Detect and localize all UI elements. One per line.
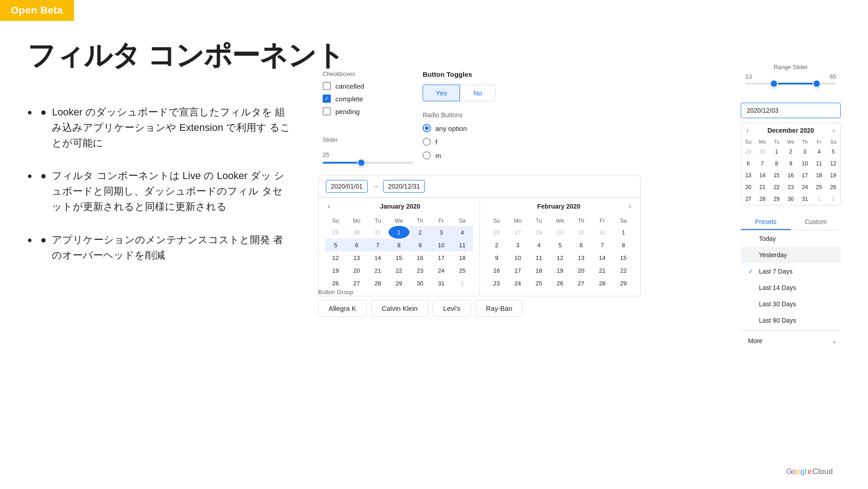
table-row[interactable]: 29 — [613, 277, 634, 289]
table-row[interactable]: 9 — [783, 158, 798, 170]
table-row[interactable]: 29 — [325, 226, 346, 239]
table-row[interactable]: 14 — [755, 170, 769, 181]
feb-prev-nav[interactable] — [486, 205, 492, 207]
table-row[interactable]: 1 — [812, 193, 826, 205]
table-row[interactable]: 31 — [798, 193, 812, 205]
table-row[interactable]: 11 — [529, 251, 550, 264]
checkbox-complete-box[interactable]: ✓ — [323, 95, 331, 103]
table-row[interactable]: 20 — [741, 181, 755, 193]
table-row[interactable]: 1 — [389, 226, 410, 239]
table-row[interactable]: 23 — [409, 264, 431, 277]
table-row[interactable]: 2 — [783, 146, 798, 158]
date-picker-input[interactable] — [741, 103, 841, 118]
table-row[interactable]: 23 — [783, 181, 798, 193]
table-row[interactable]: 10 — [507, 251, 529, 264]
table-row[interactable]: 19 — [826, 170, 840, 181]
checkbox-complete[interactable]: ✓ complete — [323, 95, 364, 103]
table-row[interactable]: 7 — [755, 158, 769, 170]
table-row[interactable]: 19 — [325, 264, 346, 277]
table-row[interactable]: 29 — [549, 226, 571, 239]
table-row[interactable]: 1 — [769, 146, 783, 158]
preset-last14[interactable]: Last 14 Days — [741, 279, 841, 296]
checkbox-pending-box[interactable] — [323, 107, 331, 115]
table-row[interactable]: 3 — [507, 239, 529, 251]
table-row[interactable]: 11 — [812, 158, 826, 170]
table-row[interactable]: 24 — [507, 277, 529, 289]
table-row[interactable]: 28 — [592, 277, 613, 289]
checkbox-pending[interactable]: pending — [323, 107, 364, 115]
radio-any-option[interactable]: any option — [423, 124, 467, 132]
mini-cal-prev[interactable]: ‹ — [747, 127, 749, 134]
table-row[interactable]: 16 — [409, 251, 431, 264]
table-row[interactable]: 28 — [529, 226, 550, 239]
tab-custom[interactable]: Custom — [791, 215, 841, 230]
table-row[interactable]: 16 — [783, 170, 798, 181]
table-row[interactable]: 22 — [389, 264, 410, 277]
table-row[interactable]: 29 — [389, 277, 410, 289]
table-row[interactable]: 5 — [325, 239, 346, 251]
table-row[interactable]: 5 — [826, 146, 840, 158]
table-row[interactable]: 13 — [571, 251, 592, 264]
toggle-yes-button[interactable]: Yes — [423, 85, 460, 101]
table-row[interactable]: 17 — [431, 251, 452, 264]
table-row[interactable]: 15 — [613, 251, 634, 264]
table-row[interactable]: 13 — [346, 251, 368, 264]
table-row[interactable]: 30 — [571, 226, 592, 239]
table-row[interactable]: 16 — [486, 264, 508, 277]
radio-f[interactable]: f — [423, 138, 467, 146]
table-row[interactable]: 3 — [431, 226, 452, 239]
bg-allegra[interactable]: Allegra K — [318, 300, 367, 317]
table-row[interactable]: 27 — [346, 277, 368, 289]
table-row[interactable]: 23 — [486, 277, 508, 289]
radio-any-btn[interactable] — [423, 124, 431, 132]
table-row[interactable]: 30 — [409, 277, 431, 289]
table-row[interactable]: 2 — [409, 226, 431, 239]
table-row[interactable]: 8 — [613, 239, 634, 251]
table-row[interactable]: 12 — [826, 158, 840, 170]
table-row[interactable]: 26 — [826, 181, 840, 193]
table-row[interactable]: 18 — [452, 251, 473, 264]
table-row[interactable]: 3 — [798, 146, 812, 158]
table-row[interactable]: 10 — [431, 239, 452, 251]
checkbox-cancelled-box[interactable] — [323, 82, 331, 90]
table-row[interactable]: 1 — [613, 226, 634, 239]
table-row[interactable]: 6 — [571, 239, 592, 251]
table-row[interactable]: 30 — [783, 193, 798, 205]
table-row[interactable]: 17 — [507, 264, 529, 277]
table-row[interactable]: 28 — [755, 193, 769, 205]
calendar-date-to[interactable]: 2020/12/31 — [383, 180, 425, 193]
table-row[interactable]: 31 — [367, 226, 389, 239]
table-row[interactable]: 12 — [325, 251, 346, 264]
table-row[interactable]: 2 — [486, 239, 508, 251]
table-row[interactable]: 27 — [741, 193, 755, 205]
table-row[interactable]: 20 — [571, 264, 592, 277]
table-row[interactable]: 15 — [389, 251, 410, 264]
table-row[interactable]: 13 — [741, 170, 755, 181]
table-row[interactable]: 31 — [431, 277, 452, 289]
table-row[interactable]: 22 — [769, 181, 783, 193]
feb-next-nav[interactable]: › — [626, 201, 634, 211]
preset-more[interactable]: More ⌄ — [741, 333, 841, 349]
table-row[interactable]: 18 — [812, 170, 826, 181]
calendar-date-from[interactable]: 2020/01/01 — [326, 180, 368, 193]
table-row[interactable]: 19 — [549, 264, 571, 277]
table-row[interactable]: 7 — [592, 239, 613, 251]
table-row[interactable]: 6 — [346, 239, 368, 251]
table-row[interactable]: 25 — [529, 277, 550, 289]
table-row[interactable]: 4 — [529, 239, 550, 251]
table-row[interactable]: 29 — [741, 146, 755, 158]
table-row[interactable]: 25 — [812, 181, 826, 193]
checkbox-cancelled[interactable]: cancelled — [323, 82, 364, 90]
bg-rayban[interactable]: Ray-Ban — [475, 300, 523, 317]
table-row[interactable]: 7 — [367, 239, 389, 251]
range-slider-track[interactable] — [745, 83, 836, 85]
slider-thumb[interactable] — [357, 159, 365, 167]
table-row[interactable]: 24 — [431, 264, 452, 277]
table-row[interactable]: 27 — [571, 277, 592, 289]
toggle-no-button[interactable]: No — [460, 85, 495, 101]
table-row[interactable]: 30 — [346, 226, 368, 239]
table-row[interactable]: 21 — [592, 264, 613, 277]
radio-f-btn[interactable] — [423, 138, 431, 146]
tab-presets[interactable]: Presets — [741, 215, 791, 230]
table-row[interactable]: 10 — [798, 158, 812, 170]
